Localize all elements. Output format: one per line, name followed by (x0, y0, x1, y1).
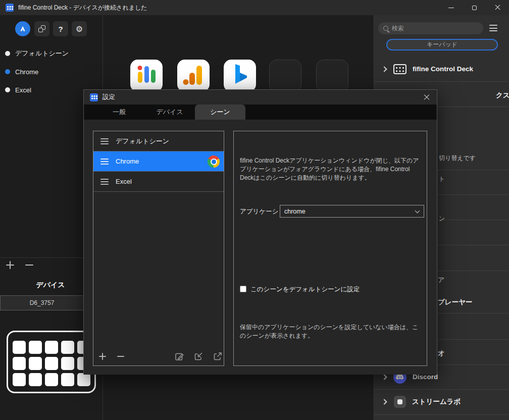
search-input[interactable] (392, 25, 468, 32)
keypad-key[interactable] (77, 373, 90, 386)
overlapping-squares-icon (38, 25, 45, 32)
radio-icon (5, 51, 10, 56)
action-label-partial: ア (438, 276, 444, 285)
question-icon: ? (58, 25, 63, 33)
key-tile-bing[interactable] (224, 60, 256, 92)
remove-scene-button[interactable] (25, 260, 34, 270)
drag-handle-icon[interactable] (100, 179, 109, 185)
chrome-icon (208, 155, 220, 168)
action-description-partial: 切り替えです (439, 154, 476, 163)
settings-button[interactable]: ⚙ (72, 21, 87, 36)
dialog-scene-item-chrome[interactable]: Chrome (93, 151, 224, 172)
dialog-scene-item-excel[interactable]: Excel (93, 172, 224, 192)
radio-icon (5, 87, 10, 92)
scenes-button[interactable] (34, 21, 49, 36)
minimize-button[interactable] (439, 0, 463, 15)
keypad-icon (393, 64, 406, 74)
scene-label: Excel (116, 178, 132, 185)
dialog-tab-bar: 一般 デバイス シーン (84, 104, 437, 120)
application-select[interactable]: chrome (280, 205, 424, 218)
dialog-scene-item-default[interactable]: デフォルトシーン (93, 131, 224, 151)
chevron-right-icon (381, 66, 387, 72)
import-icon (193, 351, 203, 361)
keypad-key[interactable] (29, 357, 42, 370)
keypad-key[interactable] (29, 373, 42, 386)
drag-handle-icon[interactable] (100, 159, 109, 165)
default-scene-checkbox-label: このシーンをデフォルトシーンに設定 (250, 285, 360, 294)
action-group-label: fifine Control Deck (413, 65, 473, 73)
action-label-partial: ト (439, 175, 445, 183)
chevron-down-icon (415, 208, 420, 214)
export-scene-button[interactable] (213, 351, 223, 361)
radio-selected-icon (5, 69, 10, 74)
scene-label: Chrome (15, 68, 38, 76)
colorful-chart-icon (130, 60, 163, 92)
keypad-key[interactable] (29, 341, 42, 354)
edit-scene-button[interactable] (174, 351, 184, 361)
action-group-label-partial: プレーヤー (438, 298, 472, 307)
keypad-key[interactable] (13, 373, 26, 386)
fifine-logo-icon (19, 25, 27, 33)
dialog-body: デフォルトシーン Chrome Excel (84, 120, 437, 375)
keypad-mode-button[interactable]: キーパッド (386, 39, 498, 50)
tab-device[interactable]: デバイス (144, 104, 195, 120)
keypad-key[interactable] (61, 373, 74, 386)
key-tile-analytics[interactable] (177, 60, 210, 92)
action-group-control-deck[interactable]: fifine Control Deck (374, 57, 509, 81)
maximize-button[interactable] (463, 0, 486, 15)
action-group-streamlabs[interactable]: ストリームラボ (374, 389, 509, 414)
export-icon (213, 351, 223, 361)
dialog-close-button[interactable] (421, 91, 433, 103)
action-group-label-partial: オ (438, 349, 445, 358)
home-logo-button[interactable] (15, 21, 30, 36)
streamlabs-icon (394, 396, 406, 408)
pending-scene-description: 保留中のアプリケーションのシーンを設定していない場合は、このシーンが表示されます… (240, 323, 423, 340)
application-select-value: chrome (284, 208, 306, 215)
bing-icon (224, 60, 256, 92)
action-group-label: ストリームラボ (412, 397, 461, 406)
action-label-partial: ン (439, 215, 445, 223)
add-scene-button[interactable] (98, 352, 107, 360)
keypad-key[interactable] (61, 341, 74, 354)
list-view-icon[interactable] (489, 25, 497, 32)
tab-scene[interactable]: シーン (195, 104, 245, 120)
key-tile-empty[interactable] (316, 60, 348, 92)
import-scene-button[interactable] (193, 351, 203, 361)
minimize-icon (448, 8, 454, 8)
action-group-label-partial: クス (496, 91, 509, 100)
scene-label: デフォルトシーン (116, 137, 169, 146)
device-name-button[interactable]: D6_3757 (0, 295, 84, 310)
key-tile-chart[interactable] (130, 60, 163, 92)
scene-switch-description: fifine Control Deckアプリケーションウィンドウが閉じ、以下のア… (240, 156, 423, 182)
keypad-key[interactable] (61, 357, 74, 370)
search-box[interactable] (378, 22, 483, 34)
key-tile-empty[interactable] (269, 60, 301, 92)
keypad-key[interactable] (13, 357, 26, 370)
keypad-key[interactable] (13, 341, 26, 354)
scene-item-default[interactable]: デフォルトシーン (0, 47, 101, 60)
help-button[interactable]: ? (53, 21, 68, 36)
scene-label: Chrome (116, 158, 139, 165)
edit-icon (174, 351, 184, 361)
window-title: fifine Control Deck - デバイスが接続されました (18, 4, 147, 12)
app-logo-icon (90, 93, 98, 101)
app-window: fifine Control Deck - デバイスが接続されました ? ⚙ デ… (0, 0, 509, 420)
keypad-key[interactable] (45, 373, 58, 386)
drag-handle-icon[interactable] (100, 138, 109, 144)
add-scene-button[interactable] (6, 260, 15, 270)
keypad-grid (13, 341, 90, 386)
close-button[interactable] (486, 0, 509, 15)
keypad-key[interactable] (45, 357, 58, 370)
scene-list-toolbar (93, 347, 224, 365)
chevron-right-icon (381, 374, 387, 380)
app-logo-icon (6, 4, 14, 12)
scene-detail-panel: fifine Control Deckアプリケーションウィンドウが閉じ、以下のア… (233, 131, 427, 366)
tab-general[interactable]: 一般 (94, 104, 144, 120)
scene-label: Excel (15, 86, 31, 94)
keypad-key[interactable] (45, 341, 58, 354)
gear-icon: ⚙ (76, 24, 83, 34)
default-scene-checkbox[interactable] (240, 286, 246, 292)
divider (374, 81, 509, 82)
remove-scene-button[interactable] (117, 352, 125, 360)
scene-item-chrome[interactable]: Chrome (0, 66, 101, 78)
